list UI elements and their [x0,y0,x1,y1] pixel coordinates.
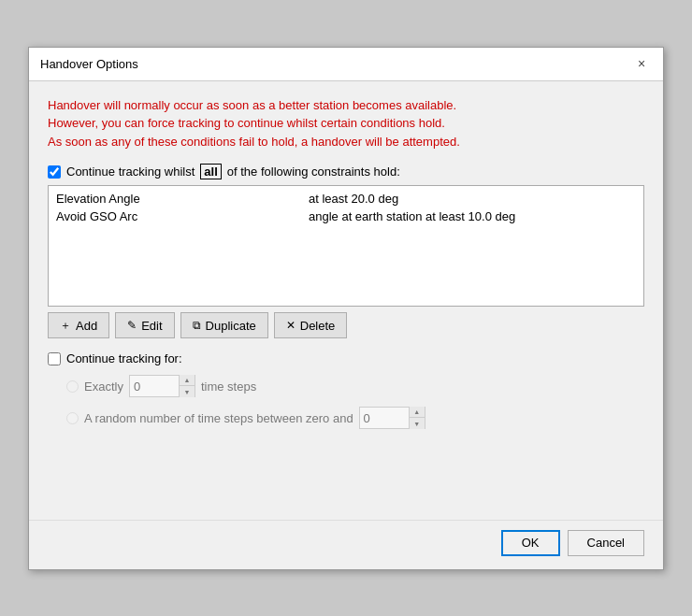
random-row: A random number of time steps between ze… [66,407,644,429]
random-spin-buttons: ▲ ▼ [409,407,425,429]
add-button[interactable]: ＋ Add [48,312,109,338]
info-text-block: Handover will normally occur as soon as … [48,96,644,151]
exactly-suffix: time steps [201,380,256,394]
dialog-title: Handover Options [40,57,138,71]
constraints-listbox[interactable]: Elevation Angle at least 20.0 deg Avoid … [48,185,644,307]
add-label: Add [76,319,97,333]
cancel-button[interactable]: Cancel [568,530,644,556]
constraint-section: Continue tracking whilst all of the foll… [48,164,644,338]
x-icon: ✕ [286,319,296,332]
continue-tracking-label[interactable]: Continue tracking whilst [48,165,195,179]
constraint-name-1: Elevation Angle [56,192,178,206]
exactly-spinbox[interactable]: ▲ ▼ [129,375,195,397]
random-radio[interactable] [66,412,79,424]
delete-label: Delete [300,319,336,333]
copy-icon: ⧉ [193,319,201,332]
dialog-footer: OK Cancel [29,520,663,569]
delete-button[interactable]: ✕ Delete [274,312,348,338]
info-line2: However, you can force tracking to conti… [48,114,644,133]
ok-button[interactable]: OK [501,530,560,556]
action-buttons: ＋ Add ✎ Edit ⧉ Duplicate ✕ Delete [48,312,644,338]
list-item[interactable]: Avoid GSO Arc angle at earth station at … [52,208,640,225]
constraint-value-1: at least 20.0 deg [309,192,398,206]
exactly-input[interactable] [130,376,179,396]
exactly-label: Exactly [84,380,123,394]
edit-button[interactable]: ✎ Edit [115,312,174,338]
plus-icon: ＋ [60,318,71,334]
exactly-radio[interactable] [66,380,79,393]
random-spin-up[interactable]: ▲ [410,407,425,418]
tracking-for-label: Continue tracking for: [66,351,182,365]
tracking-for-header: Continue tracking for: [48,351,644,365]
constraint-name-2: Avoid GSO Arc [56,209,178,223]
close-button[interactable]: × [631,53,652,74]
info-line1: Handover will normally occur as soon as … [48,96,644,115]
edit-label: Edit [141,319,162,333]
pencil-icon: ✎ [127,319,137,332]
title-bar: Handover Options × [29,48,663,81]
info-line3: As soon as any of these conditions fail … [48,133,644,151]
duplicate-button[interactable]: ⧉ Duplicate [180,312,268,338]
random-spin-down[interactable]: ▼ [410,418,425,429]
handover-options-dialog: Handover Options × Handover will normall… [28,47,664,570]
constraint-value-2: angle at earth station at least 10.0 deg [309,209,515,223]
tracking-for-checkbox[interactable] [48,352,61,365]
exactly-row: Exactly ▲ ▼ time steps [66,375,644,397]
dialog-body: Handover will normally occur as soon as … [29,81,663,520]
random-spinbox[interactable]: ▲ ▼ [359,407,425,429]
checkbox-label-text: Continue tracking whilst [66,165,195,179]
random-input[interactable] [360,408,409,428]
exactly-spin-up[interactable]: ▲ [180,375,195,386]
continue-tracking-checkbox[interactable] [48,165,61,179]
exactly-spin-buttons: ▲ ▼ [179,375,195,397]
exactly-spin-down[interactable]: ▼ [180,386,195,397]
tracking-for-section: Continue tracking for: Exactly ▲ ▼ time … [48,351,644,429]
random-prefix: A random number of time steps between ze… [84,411,353,425]
rest-label: of the following constraints hold: [227,165,400,179]
all-highlight: all [200,164,221,179]
constraint-header: Continue tracking whilst all of the foll… [48,164,644,179]
duplicate-label: Duplicate [206,319,256,333]
list-item[interactable]: Elevation Angle at least 20.0 deg [52,190,640,208]
